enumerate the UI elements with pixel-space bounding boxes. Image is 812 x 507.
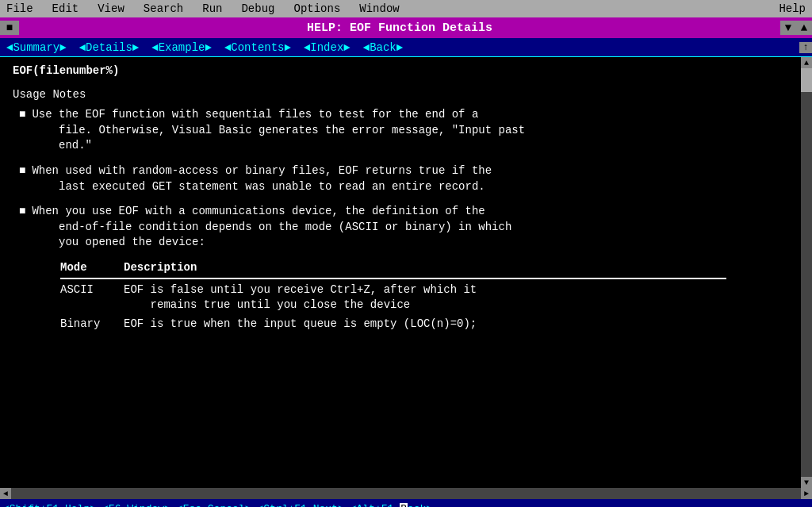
tab-example[interactable]: ◄Example► bbox=[145, 40, 218, 56]
menu-view[interactable]: View bbox=[94, 2, 128, 15]
bullet-icon-3: ■ bbox=[19, 204, 25, 251]
col-header-desc: Description bbox=[124, 260, 788, 276]
tab-back[interactable]: ◄Back► bbox=[357, 40, 409, 56]
arrow-icon-right: ► bbox=[343, 41, 350, 54]
system-menu-icon: ■ bbox=[6, 21, 13, 34]
back-highlight: B bbox=[400, 503, 408, 508]
vertical-scrollbar: ▲ ▼ bbox=[801, 57, 812, 488]
arrow-icon: ◄ bbox=[304, 41, 310, 54]
status-cancel: <Esc=Cancel> bbox=[177, 503, 251, 508]
statusbar: <Shift+F1=Help> <F6=Window> <Esc=Cancel>… bbox=[0, 499, 812, 507]
col-header-mode: Mode bbox=[60, 260, 124, 276]
table-row-binary: Binary EOF is true when the input queue … bbox=[60, 317, 788, 332]
arrow-icon-right: ► bbox=[132, 41, 139, 54]
table-divider bbox=[60, 278, 726, 279]
window-title: HELP: EOF Function Details bbox=[19, 21, 780, 35]
status-back: <Alt+F1=Back> bbox=[350, 503, 432, 508]
navtabs: ◄Summary► ◄Details► ◄Example► ◄Contents►… bbox=[0, 38, 812, 57]
mode-table: Mode Description ASCII EOF is false unti… bbox=[60, 260, 788, 332]
hscroll-left-button[interactable]: ◄ bbox=[0, 488, 11, 499]
arrow-icon-right: ► bbox=[396, 41, 403, 54]
desc-binary: EOF is true when the input queue is empt… bbox=[124, 317, 788, 332]
menu-file[interactable]: File bbox=[3, 2, 36, 15]
bullet-icon-1: ■ bbox=[19, 107, 25, 154]
arrow-icon: ◄ bbox=[151, 41, 158, 54]
horizontal-scrollbar: ◄ ► bbox=[0, 488, 812, 499]
mode-binary: Binary bbox=[60, 317, 124, 332]
menu-help[interactable]: Help bbox=[776, 2, 809, 15]
bullet-item-3: ■ When you use EOF with a communications… bbox=[13, 204, 788, 251]
bullet-text-1: Use the EOF function with sequential fil… bbox=[32, 107, 525, 154]
scroll-track bbox=[801, 68, 812, 477]
scroll-down-button[interactable]: ▼ bbox=[780, 21, 796, 35]
tab-details[interactable]: ◄Details► bbox=[73, 40, 146, 56]
title-buttons: ▼ ▲ bbox=[780, 21, 812, 35]
section-heading: Usage Notes bbox=[13, 87, 788, 103]
bullet-item-2: ■ When used with random-access or binary… bbox=[13, 163, 788, 194]
menu-window[interactable]: Window bbox=[356, 2, 402, 15]
menu-edit[interactable]: Edit bbox=[49, 2, 82, 15]
arrow-icon: ◄ bbox=[6, 41, 13, 54]
hscroll-track bbox=[11, 488, 801, 499]
arrow-icon-right: ► bbox=[205, 41, 211, 54]
scroll-up-button[interactable]: ▲ bbox=[801, 57, 812, 68]
menubar: File Edit View Search Run Debug Options … bbox=[0, 0, 812, 17]
status-help: <Shift+F1=Help> bbox=[3, 503, 96, 508]
nav-scroll-up[interactable]: ↑ bbox=[799, 42, 812, 53]
mode-ascii: ASCII bbox=[60, 282, 124, 313]
bullet-text-3: When you use EOF with a communications d… bbox=[32, 204, 511, 251]
bullet-item-1: ■ Use the EOF function with sequential f… bbox=[13, 107, 788, 154]
scroll-down-button[interactable]: ▼ bbox=[801, 477, 812, 488]
menu-debug[interactable]: Debug bbox=[238, 2, 278, 15]
scroll-thumb[interactable] bbox=[801, 68, 812, 92]
table-header: Mode Description bbox=[60, 260, 788, 276]
menu-run[interactable]: Run bbox=[199, 2, 225, 15]
status-window: <F6=Window> bbox=[102, 503, 170, 508]
menu-options[interactable]: Options bbox=[290, 2, 343, 15]
status-next: <Ctrl+F1=Next> bbox=[257, 503, 343, 508]
bullet-text-2: When used with random-access or binary f… bbox=[32, 163, 492, 194]
desc-ascii: EOF is false until you receive Ctrl+Z, a… bbox=[124, 282, 788, 313]
arrow-icon: ◄ bbox=[363, 41, 370, 54]
content-title: EOF(filenumber%) bbox=[13, 63, 788, 79]
nav-scroll: ↑ bbox=[799, 42, 812, 53]
titlebar: ■ HELP: EOF Function Details ▼ ▲ bbox=[0, 17, 812, 38]
scroll-up-button[interactable]: ▲ bbox=[796, 21, 812, 35]
tab-index[interactable]: ◄Index► bbox=[297, 40, 357, 56]
system-menu-button[interactable]: ■ bbox=[0, 21, 19, 35]
table-row-ascii: ASCII EOF is false until you receive Ctr… bbox=[60, 282, 788, 313]
arrow-icon: ◄ bbox=[224, 41, 231, 54]
hscroll-right-button[interactable]: ► bbox=[801, 488, 812, 499]
arrow-icon: ◄ bbox=[79, 41, 86, 54]
menu-search[interactable]: Search bbox=[140, 2, 186, 15]
arrow-icon-right: ► bbox=[285, 41, 291, 54]
tab-summary[interactable]: ◄Summary► bbox=[0, 40, 73, 56]
content-wrapper: EOF(filenumber%) Usage Notes ■ Use the E… bbox=[0, 57, 812, 488]
arrow-icon-right: ► bbox=[59, 41, 66, 54]
help-content: EOF(filenumber%) Usage Notes ■ Use the E… bbox=[0, 57, 801, 488]
bullet-icon-2: ■ bbox=[19, 163, 25, 194]
tab-contents[interactable]: ◄Contents► bbox=[218, 40, 297, 56]
